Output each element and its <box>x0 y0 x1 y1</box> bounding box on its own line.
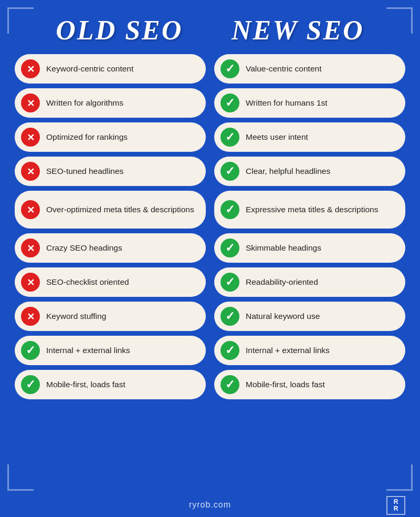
old-seo-title: OLD SEO <box>56 15 183 46</box>
new-seo-title: NEW SEO <box>232 15 364 46</box>
new-seo-item-text-2: Meets user intent <box>246 132 308 142</box>
old-seo-item-text-6: SEO-checklist oriented <box>46 277 129 287</box>
old-seo-item-6: SEO-checklist oriented <box>15 267 206 297</box>
footer-url: ryrob.com <box>189 500 231 510</box>
x-icon <box>21 128 40 147</box>
x-icon <box>21 94 40 112</box>
check-icon <box>220 59 239 78</box>
x-icon <box>21 239 40 257</box>
new-seo-item-5: Skimmable headings <box>214 233 405 263</box>
new-seo-item-text-4: Expressive meta titles & descriptions <box>246 204 378 214</box>
x-icon <box>21 307 40 326</box>
new-seo-item-text-9: Mobile-first, loads fast <box>246 379 325 389</box>
new-seo-item-text-3: Clear, helpful headlines <box>246 166 330 176</box>
footer: ryrob.com RR <box>0 495 420 517</box>
check-icon <box>220 239 239 257</box>
old-seo-item-text-7: Keyword stuffing <box>46 311 106 321</box>
old-seo-column: Keyword-centric contentWritten for algor… <box>15 54 206 495</box>
new-seo-item-1: Written for humans 1st <box>214 88 405 118</box>
new-seo-item-6: Readability-oriented <box>214 267 405 297</box>
old-seo-item-text-2: Optimized for rankings <box>46 132 128 142</box>
old-seo-item-text-9: Mobile-first, loads fast <box>46 379 125 389</box>
old-seo-item-4: Over-optimized meta titles & description… <box>15 191 206 229</box>
old-seo-item-text-0: Keyword-centric content <box>46 64 133 74</box>
corner-decoration-tr <box>386 7 413 34</box>
old-seo-item-7: Keyword stuffing <box>15 302 206 331</box>
x-icon <box>21 273 40 292</box>
new-seo-item-text-5: Skimmable headings <box>246 243 321 253</box>
check-icon <box>220 200 239 219</box>
new-seo-item-9: Mobile-first, loads fast <box>214 370 405 399</box>
check-icon <box>21 375 40 394</box>
columns-container: Keyword-centric contentWritten for algor… <box>0 54 420 495</box>
check-icon <box>220 341 239 360</box>
new-seo-item-text-1: Written for humans 1st <box>246 98 328 108</box>
check-icon <box>220 162 239 181</box>
new-seo-item-8: Internal + external links <box>214 336 405 365</box>
logo-text: RR <box>394 499 398 512</box>
check-icon <box>220 128 239 147</box>
old-seo-item-3: SEO-tuned headlines <box>15 157 206 186</box>
new-seo-item-text-6: Readability-oriented <box>246 277 318 287</box>
corner-decoration-br <box>386 464 413 491</box>
new-seo-item-3: Clear, helpful headlines <box>214 157 405 186</box>
page-background: OLD SEO NEW SEO Keyword-centric contentW… <box>0 0 420 517</box>
old-seo-item-1: Written for algorithms <box>15 88 206 118</box>
old-seo-item-2: Optimized for rankings <box>15 122 206 152</box>
check-icon <box>220 375 239 394</box>
new-seo-item-text-0: Value-centric content <box>246 64 321 74</box>
old-seo-item-text-3: SEO-tuned headlines <box>46 166 123 176</box>
check-icon <box>220 94 239 112</box>
new-seo-column: Value-centric contentWritten for humans … <box>214 54 405 495</box>
new-seo-item-text-7: Natural keyword use <box>246 311 320 321</box>
new-seo-item-0: Value-centric content <box>214 54 405 84</box>
old-seo-item-text-5: Crazy SEO headings <box>46 243 122 253</box>
check-icon <box>21 341 40 360</box>
logo-box: RR <box>386 496 405 515</box>
new-seo-item-2: Meets user intent <box>214 122 405 152</box>
check-icon <box>220 307 239 326</box>
old-seo-item-5: Crazy SEO headings <box>15 233 206 263</box>
old-seo-item-8: Internal + external links <box>15 336 206 365</box>
old-seo-item-9: Mobile-first, loads fast <box>15 370 206 399</box>
new-seo-item-4: Expressive meta titles & descriptions <box>214 191 405 229</box>
old-seo-item-text-1: Written for algorithms <box>46 98 123 108</box>
new-seo-item-text-8: Internal + external links <box>246 345 330 355</box>
check-icon <box>220 273 239 292</box>
corner-decoration-bl <box>7 464 34 491</box>
old-seo-item-text-8: Internal + external links <box>46 345 130 355</box>
new-seo-item-7: Natural keyword use <box>214 302 405 331</box>
x-icon <box>21 59 40 78</box>
x-icon <box>21 162 40 181</box>
old-seo-item-text-4: Over-optimized meta titles & description… <box>46 204 194 214</box>
old-seo-item-0: Keyword-centric content <box>15 54 206 84</box>
corner-decoration-tl <box>7 7 34 34</box>
x-icon <box>21 200 40 219</box>
header: OLD SEO NEW SEO <box>0 0 420 54</box>
